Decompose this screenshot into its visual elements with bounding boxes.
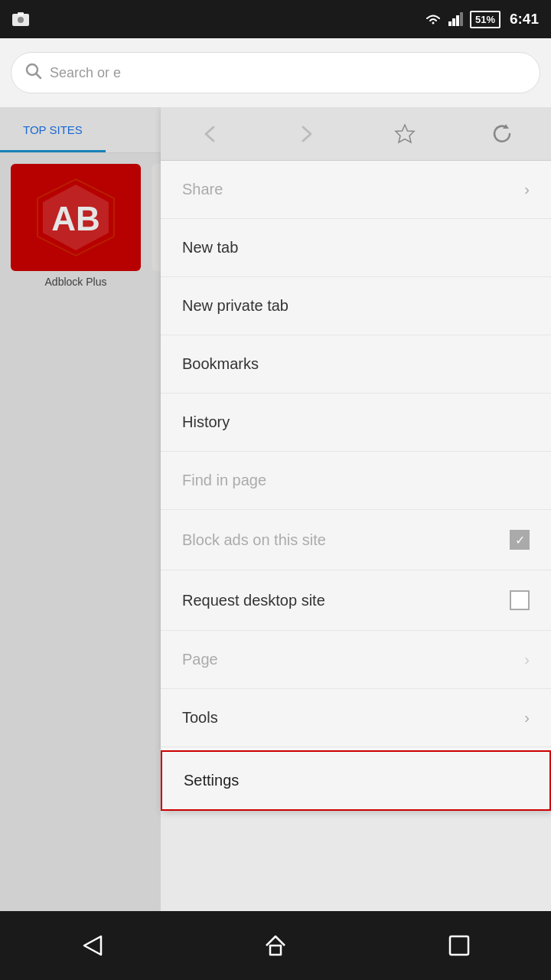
menu-item-new-private-tab[interactable]: New private tab [161, 277, 551, 335]
menu-item-settings[interactable]: Settings [161, 750, 551, 811]
nav-back-icon [80, 933, 104, 958]
nav-home-icon [263, 933, 288, 958]
bookmark-button[interactable] [382, 111, 428, 157]
refresh-icon [491, 122, 514, 145]
request-desktop-checkbox[interactable] [510, 590, 530, 610]
svg-line-8 [36, 74, 41, 78]
menu-item-new-tab[interactable]: New tab [161, 219, 551, 277]
battery-indicator: 51% [470, 11, 500, 28]
menu-item-history[interactable]: History [161, 394, 551, 452]
search-icon [25, 63, 42, 83]
star-icon [393, 122, 416, 145]
svg-rect-6 [460, 12, 463, 26]
signal-icon [448, 12, 464, 26]
menu-item-request-desktop[interactable]: Request desktop site [161, 570, 551, 631]
menu-item-page-label: Page [182, 651, 218, 668]
svg-marker-18 [84, 936, 101, 955]
tools-arrow-icon: › [524, 709, 530, 727]
share-arrow-icon: › [524, 181, 530, 198]
svg-rect-3 [448, 21, 452, 26]
svg-rect-4 [452, 18, 455, 26]
menu-item-share[interactable]: Share › [161, 161, 551, 219]
menu-item-bookmarks-label: Bookmarks [182, 355, 259, 373]
nav-back-button[interactable] [61, 923, 122, 969]
block-ads-checkbox[interactable]: ✓ [510, 530, 530, 550]
forward-icon [295, 122, 318, 145]
content-layer: TOP SITES AB Adblock Plus [0, 107, 551, 980]
page-arrow-icon: › [524, 651, 530, 668]
menu-item-find-in-page[interactable]: Find in page [161, 452, 551, 510]
menu-item-share-label: Share [182, 181, 223, 198]
status-bar-left [12, 12, 29, 26]
menu-item-bookmarks[interactable]: Bookmarks [161, 335, 551, 394]
menu-item-history-label: History [182, 413, 230, 431]
back-icon [198, 122, 221, 145]
checkmark-icon: ✓ [515, 533, 525, 547]
bottom-nav [0, 911, 551, 980]
menu-item-tools[interactable]: Tools › [161, 689, 551, 747]
menu-item-block-ads-label: Block ads on this site [182, 531, 326, 549]
svg-rect-2 [18, 12, 24, 15]
menu-overlay [0, 107, 161, 980]
browser-toolbar: Search or e [0, 38, 551, 107]
menu-item-tools-label: Tools [182, 709, 218, 727]
menu-toolbar [161, 107, 551, 161]
photo-icon [12, 12, 29, 26]
nav-recents-icon [448, 935, 470, 956]
nav-home-button[interactable] [245, 923, 306, 969]
status-bar: 51% 6:41 [0, 0, 551, 38]
menu-item-block-ads[interactable]: Block ads on this site ✓ [161, 510, 551, 570]
menu-item-new-tab-label: New tab [182, 239, 238, 256]
svg-point-1 [18, 17, 24, 23]
menu-item-page[interactable]: Page › [161, 631, 551, 689]
svg-rect-20 [450, 936, 468, 955]
svg-marker-16 [396, 125, 414, 142]
menu-item-new-private-tab-label: New private tab [182, 297, 289, 315]
dropdown-menu: Share › New tab New private tab Bookmark… [161, 107, 551, 811]
status-bar-right: 51% 6:41 [424, 11, 539, 28]
menu-item-settings-label: Settings [184, 772, 239, 789]
wifi-icon [424, 12, 442, 26]
battery-percent: 51% [470, 11, 500, 28]
nav-recents-button[interactable] [429, 923, 490, 969]
page-wrapper: TOP SITES AB Adblock Plus [0, 107, 551, 980]
forward-button[interactable] [284, 111, 330, 157]
menu-item-request-desktop-label: Request desktop site [182, 592, 325, 609]
back-button[interactable] [187, 111, 233, 157]
search-input-text: Search or e [50, 65, 121, 81]
svg-rect-5 [456, 15, 459, 26]
svg-rect-19 [270, 946, 281, 955]
search-bar[interactable]: Search or e [11, 52, 540, 93]
refresh-button[interactable] [479, 111, 525, 157]
menu-item-find-in-page-label: Find in page [182, 472, 266, 489]
status-time: 6:41 [510, 11, 539, 28]
